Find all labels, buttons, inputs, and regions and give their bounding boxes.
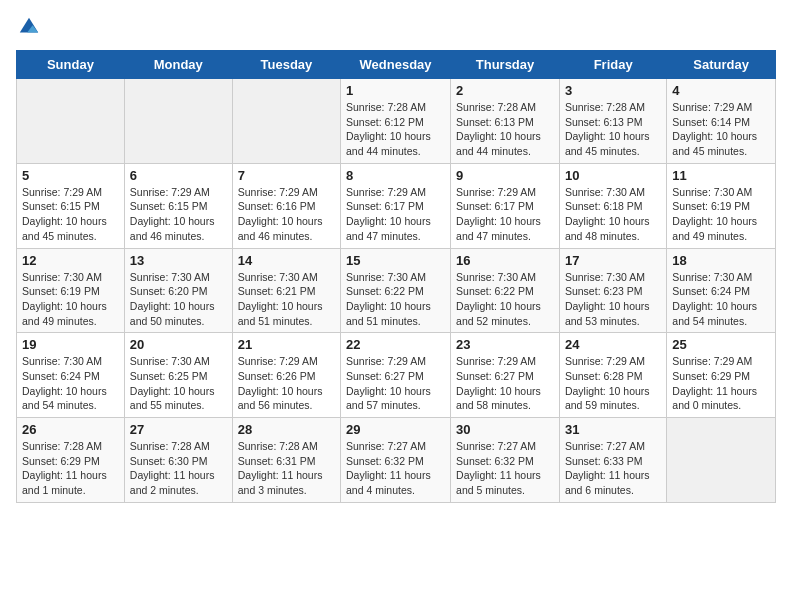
day-info: Sunrise: 7:30 AM Sunset: 6:25 PM Dayligh… [130, 354, 227, 413]
calendar-cell: 4Sunrise: 7:29 AM Sunset: 6:14 PM Daylig… [667, 79, 776, 164]
day-number: 19 [22, 337, 119, 352]
day-info: Sunrise: 7:30 AM Sunset: 6:18 PM Dayligh… [565, 185, 661, 244]
calendar-cell: 9Sunrise: 7:29 AM Sunset: 6:17 PM Daylig… [451, 163, 560, 248]
day-info: Sunrise: 7:29 AM Sunset: 6:27 PM Dayligh… [346, 354, 445, 413]
day-info: Sunrise: 7:28 AM Sunset: 6:13 PM Dayligh… [565, 100, 661, 159]
weekday-header-sunday: Sunday [17, 51, 125, 79]
day-info: Sunrise: 7:27 AM Sunset: 6:32 PM Dayligh… [456, 439, 554, 498]
calendar-cell: 3Sunrise: 7:28 AM Sunset: 6:13 PM Daylig… [559, 79, 666, 164]
calendar-cell: 31Sunrise: 7:27 AM Sunset: 6:33 PM Dayli… [559, 418, 666, 503]
day-number: 15 [346, 253, 445, 268]
day-info: Sunrise: 7:29 AM Sunset: 6:17 PM Dayligh… [346, 185, 445, 244]
day-info: Sunrise: 7:30 AM Sunset: 6:21 PM Dayligh… [238, 270, 335, 329]
calendar-cell: 19Sunrise: 7:30 AM Sunset: 6:24 PM Dayli… [17, 333, 125, 418]
calendar-cell: 21Sunrise: 7:29 AM Sunset: 6:26 PM Dayli… [232, 333, 340, 418]
day-info: Sunrise: 7:30 AM Sunset: 6:20 PM Dayligh… [130, 270, 227, 329]
day-info: Sunrise: 7:27 AM Sunset: 6:33 PM Dayligh… [565, 439, 661, 498]
day-number: 26 [22, 422, 119, 437]
day-number: 22 [346, 337, 445, 352]
calendar-week-row: 5Sunrise: 7:29 AM Sunset: 6:15 PM Daylig… [17, 163, 776, 248]
calendar-cell: 27Sunrise: 7:28 AM Sunset: 6:30 PM Dayli… [124, 418, 232, 503]
weekday-header-saturday: Saturday [667, 51, 776, 79]
calendar-cell: 5Sunrise: 7:29 AM Sunset: 6:15 PM Daylig… [17, 163, 125, 248]
day-number: 31 [565, 422, 661, 437]
day-number: 21 [238, 337, 335, 352]
calendar-cell: 22Sunrise: 7:29 AM Sunset: 6:27 PM Dayli… [341, 333, 451, 418]
calendar-cell: 25Sunrise: 7:29 AM Sunset: 6:29 PM Dayli… [667, 333, 776, 418]
day-info: Sunrise: 7:30 AM Sunset: 6:19 PM Dayligh… [672, 185, 770, 244]
calendar-cell: 7Sunrise: 7:29 AM Sunset: 6:16 PM Daylig… [232, 163, 340, 248]
calendar-cell: 12Sunrise: 7:30 AM Sunset: 6:19 PM Dayli… [17, 248, 125, 333]
weekday-header-tuesday: Tuesday [232, 51, 340, 79]
calendar-cell: 8Sunrise: 7:29 AM Sunset: 6:17 PM Daylig… [341, 163, 451, 248]
day-info: Sunrise: 7:30 AM Sunset: 6:24 PM Dayligh… [672, 270, 770, 329]
day-number: 1 [346, 83, 445, 98]
calendar-cell: 6Sunrise: 7:29 AM Sunset: 6:15 PM Daylig… [124, 163, 232, 248]
calendar-header-row: SundayMondayTuesdayWednesdayThursdayFrid… [17, 51, 776, 79]
day-number: 17 [565, 253, 661, 268]
day-number: 27 [130, 422, 227, 437]
day-info: Sunrise: 7:30 AM Sunset: 6:19 PM Dayligh… [22, 270, 119, 329]
calendar-cell: 17Sunrise: 7:30 AM Sunset: 6:23 PM Dayli… [559, 248, 666, 333]
calendar-cell: 16Sunrise: 7:30 AM Sunset: 6:22 PM Dayli… [451, 248, 560, 333]
day-info: Sunrise: 7:29 AM Sunset: 6:27 PM Dayligh… [456, 354, 554, 413]
day-info: Sunrise: 7:28 AM Sunset: 6:12 PM Dayligh… [346, 100, 445, 159]
calendar-cell: 18Sunrise: 7:30 AM Sunset: 6:24 PM Dayli… [667, 248, 776, 333]
day-number: 24 [565, 337, 661, 352]
day-info: Sunrise: 7:28 AM Sunset: 6:29 PM Dayligh… [22, 439, 119, 498]
weekday-header-friday: Friday [559, 51, 666, 79]
calendar-cell: 15Sunrise: 7:30 AM Sunset: 6:22 PM Dayli… [341, 248, 451, 333]
calendar-cell [124, 79, 232, 164]
calendar-cell: 30Sunrise: 7:27 AM Sunset: 6:32 PM Dayli… [451, 418, 560, 503]
calendar-cell: 28Sunrise: 7:28 AM Sunset: 6:31 PM Dayli… [232, 418, 340, 503]
day-number: 6 [130, 168, 227, 183]
day-number: 8 [346, 168, 445, 183]
day-info: Sunrise: 7:29 AM Sunset: 6:15 PM Dayligh… [22, 185, 119, 244]
day-number: 28 [238, 422, 335, 437]
calendar-cell: 11Sunrise: 7:30 AM Sunset: 6:19 PM Dayli… [667, 163, 776, 248]
day-number: 4 [672, 83, 770, 98]
day-number: 29 [346, 422, 445, 437]
day-number: 9 [456, 168, 554, 183]
day-number: 30 [456, 422, 554, 437]
weekday-header-thursday: Thursday [451, 51, 560, 79]
day-number: 23 [456, 337, 554, 352]
calendar-cell: 13Sunrise: 7:30 AM Sunset: 6:20 PM Dayli… [124, 248, 232, 333]
day-info: Sunrise: 7:30 AM Sunset: 6:23 PM Dayligh… [565, 270, 661, 329]
weekday-header-wednesday: Wednesday [341, 51, 451, 79]
day-number: 14 [238, 253, 335, 268]
page-header [16, 16, 776, 38]
day-info: Sunrise: 7:29 AM Sunset: 6:17 PM Dayligh… [456, 185, 554, 244]
calendar-cell: 23Sunrise: 7:29 AM Sunset: 6:27 PM Dayli… [451, 333, 560, 418]
day-number: 5 [22, 168, 119, 183]
day-info: Sunrise: 7:27 AM Sunset: 6:32 PM Dayligh… [346, 439, 445, 498]
calendar-week-row: 12Sunrise: 7:30 AM Sunset: 6:19 PM Dayli… [17, 248, 776, 333]
calendar-cell: 14Sunrise: 7:30 AM Sunset: 6:21 PM Dayli… [232, 248, 340, 333]
day-number: 20 [130, 337, 227, 352]
day-number: 16 [456, 253, 554, 268]
calendar-cell [232, 79, 340, 164]
day-info: Sunrise: 7:29 AM Sunset: 6:15 PM Dayligh… [130, 185, 227, 244]
day-info: Sunrise: 7:29 AM Sunset: 6:29 PM Dayligh… [672, 354, 770, 413]
logo-icon [18, 16, 40, 38]
calendar-cell: 24Sunrise: 7:29 AM Sunset: 6:28 PM Dayli… [559, 333, 666, 418]
logo [16, 16, 40, 38]
day-number: 12 [22, 253, 119, 268]
day-info: Sunrise: 7:29 AM Sunset: 6:14 PM Dayligh… [672, 100, 770, 159]
calendar-week-row: 1Sunrise: 7:28 AM Sunset: 6:12 PM Daylig… [17, 79, 776, 164]
calendar-cell: 20Sunrise: 7:30 AM Sunset: 6:25 PM Dayli… [124, 333, 232, 418]
day-info: Sunrise: 7:29 AM Sunset: 6:28 PM Dayligh… [565, 354, 661, 413]
day-number: 25 [672, 337, 770, 352]
calendar-cell: 1Sunrise: 7:28 AM Sunset: 6:12 PM Daylig… [341, 79, 451, 164]
day-info: Sunrise: 7:28 AM Sunset: 6:30 PM Dayligh… [130, 439, 227, 498]
day-info: Sunrise: 7:30 AM Sunset: 6:22 PM Dayligh… [346, 270, 445, 329]
calendar-table: SundayMondayTuesdayWednesdayThursdayFrid… [16, 50, 776, 503]
day-info: Sunrise: 7:30 AM Sunset: 6:24 PM Dayligh… [22, 354, 119, 413]
day-number: 2 [456, 83, 554, 98]
day-number: 3 [565, 83, 661, 98]
calendar-cell [17, 79, 125, 164]
calendar-cell: 26Sunrise: 7:28 AM Sunset: 6:29 PM Dayli… [17, 418, 125, 503]
day-info: Sunrise: 7:29 AM Sunset: 6:16 PM Dayligh… [238, 185, 335, 244]
calendar-cell: 2Sunrise: 7:28 AM Sunset: 6:13 PM Daylig… [451, 79, 560, 164]
day-info: Sunrise: 7:28 AM Sunset: 6:13 PM Dayligh… [456, 100, 554, 159]
